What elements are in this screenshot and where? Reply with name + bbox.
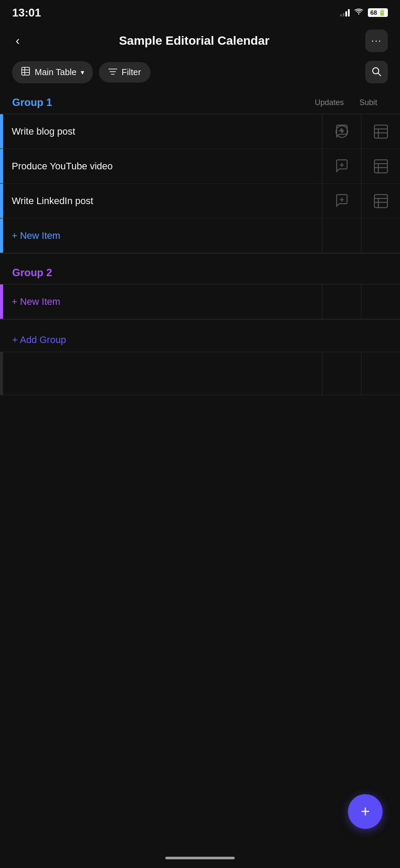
add-fab-button[interactable]: +	[348, 794, 383, 829]
new-item-row[interactable]: + New Item	[0, 218, 400, 253]
search-button[interactable]	[365, 61, 388, 83]
battery-icon: 68 🔋	[368, 8, 388, 17]
toolbar: Main Table ▾ Filter	[0, 61, 400, 92]
status-icons: 68 🔋	[340, 8, 388, 17]
row-label[interactable]: Write blog post	[3, 118, 322, 145]
group2-updates-cell	[322, 284, 361, 319]
updates-cell[interactable]	[322, 114, 361, 149]
subitems-cell[interactable]	[361, 149, 400, 183]
more-button[interactable]: ···	[365, 30, 388, 52]
back-button[interactable]: ‹	[12, 32, 23, 50]
svg-rect-27	[374, 195, 387, 208]
new-item-subitems-cell	[361, 218, 400, 253]
new-item-updates-cell	[322, 218, 361, 253]
status-time: 13:01	[12, 6, 41, 20]
group2-subitems-cell	[361, 284, 400, 319]
group1-stripe	[0, 114, 3, 149]
empty-col-2	[361, 352, 400, 395]
add-group-button[interactable]: + Add Group	[12, 334, 66, 345]
subitems-column-header: Subit	[349, 98, 388, 107]
new-item-button[interactable]: + New Item	[3, 222, 322, 249]
filter-button[interactable]: Filter	[99, 62, 150, 83]
empty-row	[0, 352, 400, 395]
signal-icon	[340, 9, 350, 17]
group2-title: Group 2	[12, 267, 52, 279]
add-group-row[interactable]: + Add Group	[0, 328, 400, 352]
group1-stripe	[0, 184, 3, 218]
filter-label: Filter	[121, 67, 141, 77]
updates-cell[interactable]	[322, 149, 361, 183]
chevron-down-icon: ▾	[81, 68, 84, 76]
subitems-cell[interactable]	[361, 114, 400, 149]
home-indicator	[165, 857, 235, 859]
table-row: Write LinkedIn post	[0, 184, 400, 218]
updates-column-header: Updates	[310, 98, 349, 107]
table-icon	[21, 66, 30, 78]
group1-title: Group 1	[12, 96, 52, 109]
filter-icon	[108, 67, 117, 77]
updates-cell[interactable]	[322, 184, 361, 218]
search-icon	[371, 66, 382, 79]
empty-col-1	[322, 352, 361, 395]
header: ‹ Sample Editorial Calendar ···	[0, 23, 400, 61]
svg-line-8	[378, 73, 381, 76]
subitems-cell[interactable]	[361, 184, 400, 218]
table-label: Main Table	[35, 67, 76, 77]
table-row: Write blog post	[0, 114, 400, 149]
page-title: Sample Editorial Calendar	[23, 34, 365, 48]
table-row: Produce YouTube video	[0, 149, 400, 184]
svg-point-7	[373, 68, 379, 74]
row-label[interactable]: Produce YouTube video	[3, 153, 322, 180]
group2-table: + New Item	[0, 284, 400, 320]
group1-header: Group 1 Updates Subit	[0, 92, 400, 114]
group1-stripe	[0, 218, 3, 253]
group2-new-item-row[interactable]: + New Item	[0, 284, 400, 319]
group2-new-item-button[interactable]: + New Item	[3, 288, 322, 315]
group2-header: Group 2	[0, 262, 400, 284]
group1-table: Write blog post P	[0, 114, 400, 254]
status-bar: 13:01 68 🔋	[0, 0, 400, 23]
svg-rect-21	[374, 160, 387, 173]
group2-stripe	[0, 284, 3, 319]
svg-rect-15	[374, 125, 387, 138]
wifi-icon	[354, 8, 364, 17]
empty-stripe	[0, 352, 3, 395]
empty-main	[3, 352, 322, 395]
main-table-button[interactable]: Main Table ▾	[12, 61, 93, 83]
group1-stripe	[0, 149, 3, 183]
svg-rect-0	[22, 67, 30, 75]
row-label[interactable]: Write LinkedIn post	[3, 188, 322, 215]
